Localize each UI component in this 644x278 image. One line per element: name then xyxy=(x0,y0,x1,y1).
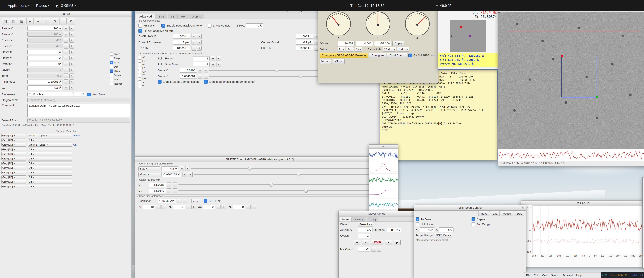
minus-button[interactable]: − xyxy=(192,46,196,51)
menu-item[interactable]: Terminal xyxy=(563,274,573,277)
plus-button[interactable]: + xyxy=(70,32,74,37)
parameter-field[interactable]: 2 µA xyxy=(173,40,190,44)
parameter-field[interactable]: 18000 Hz xyxy=(296,46,313,50)
minus-button[interactable]: − xyxy=(186,205,190,209)
profile-line-marker[interactable] xyxy=(508,31,640,31)
gain-slider[interactable] xyxy=(178,190,381,191)
option-checkbox[interactable]: ✓ xyxy=(416,217,419,221)
view-mode-dropdown[interactable]: Gray [2D]▾ xyxy=(2,175,26,179)
parameter-field[interactable]: 0 s xyxy=(28,74,62,78)
probe-type[interactable]: ✓ AC xyxy=(137,81,156,84)
menu-item[interactable]: Search xyxy=(551,274,559,277)
probe-type[interactable]: ✓ FZ xyxy=(137,59,156,63)
source-dropdown[interactable]: Motor▾ xyxy=(138,172,160,177)
tab[interactable]: STS xyxy=(155,14,167,19)
offset-z-field[interactable]: -53.208 xyxy=(374,41,391,46)
code-line[interactable]: M = -2 xyxy=(642,206,644,210)
code-line[interactable]: #import feedback control utils xyxy=(642,181,644,185)
source-dropdown[interactable]: Bias▾ xyxy=(138,166,160,171)
code-line[interactable]: time.sleep (0.1) xyxy=(642,250,644,253)
titlebar[interactable]: Mover Control ✕ xyxy=(338,211,416,217)
minus-button[interactable]: − xyxy=(156,205,160,209)
signal-dropdown[interactable]: Off▾ xyxy=(28,148,72,151)
signal-dropdown[interactable]: Off▾ xyxy=(28,138,72,142)
stm-image-ch1[interactable] xyxy=(498,12,644,149)
view-mode-dropdown[interactable]: Gray [2D]▾ xyxy=(2,162,26,165)
parameter-field[interactable]: 300 Hz xyxy=(173,34,190,39)
field-value[interactable]: 1 xyxy=(192,62,210,67)
parameter-field[interactable]: 0 Å xyxy=(28,50,62,54)
view-mode-dropdown[interactable]: Gray [2D]▾ xyxy=(2,166,26,170)
gain-field[interactable]: 85.9649 xyxy=(149,189,166,193)
plus-button[interactable]: + xyxy=(70,85,74,90)
gain-z-dropdown[interactable]: 2x▾ xyxy=(355,47,362,52)
move-down-button[interactable]: ▼ xyxy=(385,240,392,245)
probe-type[interactable]: ✓ LP xyxy=(137,66,156,70)
option-checkbox[interactable]: ✓ xyxy=(472,222,475,226)
close-icon[interactable]: ✕ xyxy=(639,202,643,205)
parameter-field[interactable]: 1.10051 Å xyxy=(28,79,62,84)
signal-dropdown[interactable]: Off▾ xyxy=(28,166,72,170)
close-button[interactable]: Close xyxy=(333,59,344,64)
minus-button[interactable]: − xyxy=(182,172,187,177)
plus-button[interactable]: + xyxy=(70,38,74,43)
minus-button[interactable]: − xyxy=(64,85,68,90)
parameter-field[interactable]: 800 Hz xyxy=(296,34,313,39)
basename-input[interactable]: Cu111-clean xyxy=(28,92,73,97)
mode-toggle[interactable]: ✓ Steps xyxy=(110,52,130,56)
slider-knob[interactable] xyxy=(304,189,308,193)
tab[interactable]: Graphs xyxy=(188,14,204,19)
toolbar-icon[interactable]: ■ xyxy=(35,18,42,25)
view-mode-dropdown[interactable]: Gray [2D]▾ xyxy=(2,157,26,161)
minus-button[interactable]: − xyxy=(64,56,68,60)
signal-dropdown[interactable]: Mix in 0 (Topo)▾ xyxy=(28,134,72,137)
minus-button[interactable]: − xyxy=(211,56,215,61)
minus-button[interactable]: − xyxy=(371,247,376,252)
setpoint-slider[interactable] xyxy=(194,174,381,175)
fb-enable-checkbox[interactable]: ✓ xyxy=(162,24,165,27)
scan-option[interactable]: ✓ TopView xyxy=(414,217,470,222)
minus-button[interactable]: − xyxy=(64,26,68,31)
move-up-button[interactable]: ▲ xyxy=(362,240,370,245)
clock-datetime[interactable]: Thu Jan 19, 15:13:32 xyxy=(350,3,384,8)
plus-button[interactable]: + xyxy=(70,50,74,54)
probe-type[interactable]: ✓ PL xyxy=(137,63,156,66)
tab[interactable]: Config xyxy=(366,217,378,222)
code-line[interactable]: time.sleep(0.05) xyxy=(642,196,644,199)
scan-position-preview[interactable]: ◄ xyxy=(450,20,486,52)
minus-button[interactable]: − xyxy=(211,62,215,67)
plus-button[interactable]: + xyxy=(173,183,177,187)
bandwidth-dropdown-2[interactable]: 1 kHz▾ xyxy=(397,47,409,52)
interval-dropdown[interactable]: 20 ms▾ xyxy=(320,59,332,64)
signal-dropdown[interactable]: Off▾ xyxy=(28,171,72,174)
plus-button[interactable]: + xyxy=(192,205,196,209)
speed-unit-dropdown[interactable]: V5▾ xyxy=(192,199,199,203)
minus-button[interactable]: − xyxy=(64,32,68,37)
close-icon[interactable]: ✕ xyxy=(521,206,525,210)
signal-dropdown[interactable]: Off▾ xyxy=(28,180,72,184)
plus-button[interactable]: + xyxy=(216,56,221,61)
y-field[interactable]: 400 xyxy=(439,227,454,232)
mode-toggle[interactable]: ✓ Direct xyxy=(110,69,130,73)
plus-button[interactable]: + xyxy=(173,188,177,193)
plus-button[interactable]: + xyxy=(197,46,202,51)
probe-type[interactable]: ✓ GVP xyxy=(137,77,156,81)
probe-checkbox[interactable]: ✓ xyxy=(138,67,141,70)
parameter-field[interactable]: 700 Å xyxy=(28,26,62,31)
plus-button[interactable]: + xyxy=(70,56,74,60)
option-check[interactable]: ✓ Enable automatic Tip return to center xyxy=(204,80,256,84)
toolbar-icon[interactable]: ▶ xyxy=(26,18,34,25)
minus-button[interactable]: − xyxy=(64,38,68,43)
plus-button[interactable]: + xyxy=(252,205,256,209)
titlebar[interactable]: GXSM xyxy=(0,11,132,17)
mode-toggle[interactable]: ✓ Flags xyxy=(110,57,130,60)
option-checkbox[interactable]: ✓ xyxy=(416,222,419,226)
stop-button[interactable]: Stop xyxy=(514,211,524,216)
titlebar[interactable]: SPM Scan Control ✕ xyxy=(414,205,526,211)
parameter-field[interactable]: 700 Å xyxy=(28,32,62,36)
amplitude-field[interactable]: 4 V xyxy=(358,228,372,232)
selection-handle-end[interactable] xyxy=(596,96,598,98)
comment-textarea[interactable]: Session Date: Thu Jan 19 15:03:36 2017 xyxy=(28,104,130,117)
menu-item[interactable]: Help xyxy=(576,274,582,277)
bandwidth-dropdown-1[interactable]: 10 kHz▾ xyxy=(383,47,396,52)
